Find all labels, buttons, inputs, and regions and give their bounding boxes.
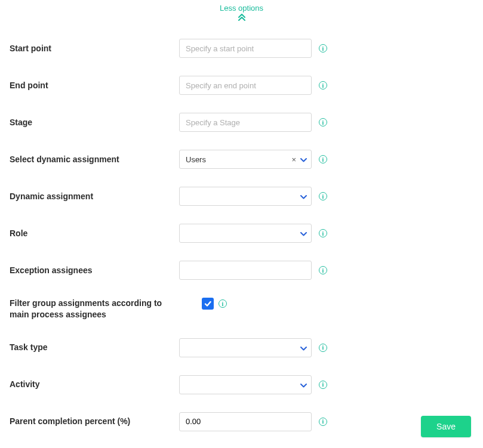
- start-point-label: Start point: [10, 43, 179, 54]
- save-button[interactable]: Save: [421, 416, 471, 437]
- check-icon: [204, 299, 212, 308]
- info-icon[interactable]: i: [319, 44, 327, 52]
- info-icon[interactable]: i: [219, 299, 227, 308]
- info-icon[interactable]: i: [319, 118, 327, 126]
- end-point-input[interactable]: [179, 76, 312, 95]
- filter-group-checkbox[interactable]: [202, 298, 214, 310]
- stage-label: Stage: [10, 117, 179, 128]
- info-icon[interactable]: i: [319, 81, 327, 89]
- info-icon[interactable]: i: [319, 344, 327, 352]
- info-icon[interactable]: i: [319, 266, 327, 274]
- info-icon[interactable]: i: [319, 381, 327, 389]
- less-options-toggle[interactable]: Less options: [10, 0, 473, 21]
- stage-input[interactable]: [179, 113, 312, 132]
- activity-dropdown[interactable]: [179, 375, 312, 394]
- activity-label: Activity: [10, 379, 179, 390]
- parent-pct-label: Parent completion percent (%): [10, 416, 179, 427]
- task-type-label: Task type: [10, 342, 179, 353]
- chevron-double-up-icon: [10, 14, 473, 21]
- filter-group-label: Filter group assignments according to ma…: [10, 298, 179, 320]
- start-point-input[interactable]: [179, 39, 312, 58]
- dynamic-label: Dynamic assignment: [10, 191, 179, 202]
- dynamic-dropdown[interactable]: [179, 187, 312, 206]
- info-icon[interactable]: i: [319, 192, 327, 200]
- less-options-label: Less options: [10, 4, 473, 13]
- select-dynamic-label: Select dynamic assignment: [10, 154, 179, 165]
- info-icon[interactable]: i: [319, 155, 327, 163]
- info-icon[interactable]: i: [319, 229, 327, 237]
- task-type-dropdown[interactable]: [179, 338, 312, 357]
- parent-pct-input[interactable]: [179, 412, 312, 431]
- info-icon[interactable]: i: [319, 418, 327, 426]
- select-dynamic-value: Users: [186, 155, 206, 164]
- role-dropdown[interactable]: [179, 224, 312, 243]
- exception-label: Exception assignees: [10, 265, 179, 276]
- end-point-label: End point: [10, 80, 179, 91]
- role-label: Role: [10, 228, 179, 239]
- close-icon[interactable]: ×: [291, 156, 296, 163]
- exception-input[interactable]: [179, 261, 312, 280]
